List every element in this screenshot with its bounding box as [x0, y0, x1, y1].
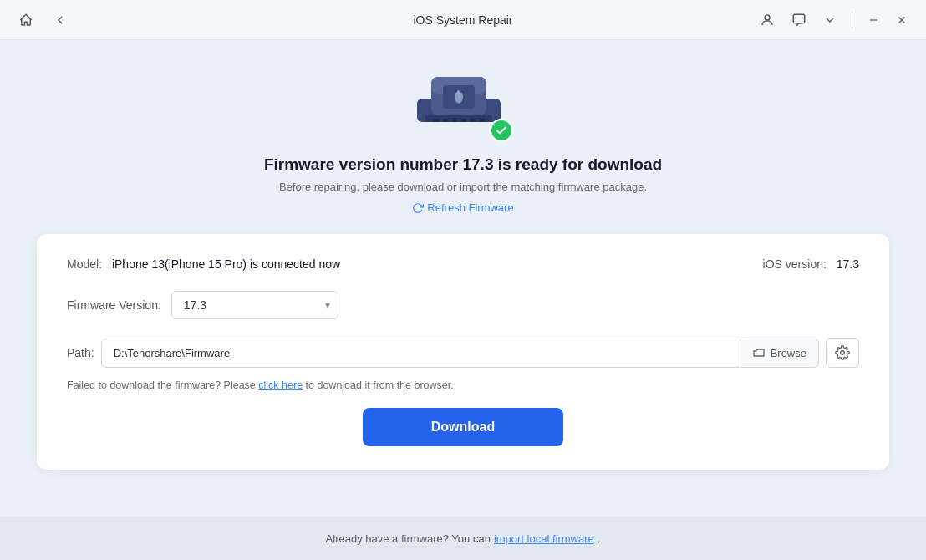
svg-rect-15 — [471, 119, 476, 122]
footer-text-after: . — [598, 532, 601, 545]
close-button[interactable] — [891, 11, 913, 29]
firmware-version-select[interactable]: 17.3 — [171, 291, 338, 319]
hero-subtitle: Before repairing, please download or imp… — [279, 181, 647, 193]
ios-label: iOS version: — [763, 257, 827, 271]
minimize-button[interactable] — [862, 11, 884, 29]
model-value: iPhone 13(iPhone 15 Pro) is connected no… — [112, 257, 340, 271]
import-firmware-link[interactable]: import local firmware — [494, 532, 594, 545]
home-button[interactable] — [13, 9, 38, 31]
footer: Already have a firmware? You can import … — [0, 517, 926, 560]
refresh-icon — [412, 202, 424, 214]
firmware-version-label: Firmware Version: — [67, 298, 161, 312]
browse-button[interactable]: Browse — [740, 339, 819, 368]
titlebar-right — [755, 9, 913, 31]
device-icon-wrapper — [413, 67, 513, 142]
firmware-select-wrapper: 17.3 ▾ — [171, 291, 338, 319]
model-label: Model: — [67, 257, 102, 271]
svg-rect-13 — [452, 119, 457, 122]
footer-text: Already have a firmware? You can — [326, 532, 491, 545]
svg-rect-11 — [434, 119, 439, 122]
help-text: Failed to download the firmware? Please … — [67, 379, 859, 391]
model-info: Model: iPhone 13(iPhone 15 Pro) is conne… — [67, 257, 340, 271]
hero-title: Firmware version number 17.3 is ready fo… — [264, 155, 662, 174]
svg-rect-1 — [793, 14, 805, 23]
model-ios-row: Model: iPhone 13(iPhone 15 Pro) is conne… — [67, 257, 859, 271]
path-input[interactable] — [101, 339, 740, 368]
gear-icon — [835, 345, 850, 360]
titlebar: iOS System Repair — [0, 0, 926, 40]
refresh-firmware-link[interactable]: Refresh Firmware — [412, 201, 513, 214]
chat-button[interactable] — [786, 9, 812, 31]
titlebar-left — [13, 9, 72, 31]
device-chip-icon — [413, 67, 505, 130]
account-button[interactable] — [755, 9, 780, 31]
ios-info: iOS version: 17.3 — [763, 257, 859, 271]
folder-icon — [752, 347, 766, 359]
settings-button[interactable] — [826, 338, 859, 368]
ios-value: 17.3 — [837, 257, 859, 271]
svg-rect-16 — [480, 119, 485, 122]
path-row: Path: Browse — [67, 338, 859, 368]
svg-rect-9 — [457, 90, 460, 94]
check-badge — [490, 119, 513, 142]
svg-rect-14 — [461, 119, 466, 122]
firmware-card: Model: iPhone 13(iPhone 15 Pro) is conne… — [37, 234, 889, 470]
browser-download-link[interactable]: click here — [258, 379, 303, 391]
svg-point-17 — [841, 351, 845, 355]
titlebar-separator — [852, 12, 852, 28]
hero-section: Firmware version number 17.3 is ready fo… — [264, 67, 662, 214]
firmware-version-row: Firmware Version: 17.3 ▾ — [67, 291, 859, 319]
path-input-wrapper: Browse — [101, 339, 819, 368]
back-button[interactable] — [48, 10, 72, 30]
chevron-button[interactable] — [818, 10, 842, 30]
app-title: iOS System Repair — [413, 13, 512, 27]
svg-point-0 — [765, 15, 770, 20]
path-label: Path: — [67, 346, 94, 359]
main-content: Firmware version number 17.3 is ready fo… — [0, 40, 926, 517]
svg-rect-12 — [443, 119, 448, 122]
download-button[interactable]: Download — [363, 408, 563, 446]
